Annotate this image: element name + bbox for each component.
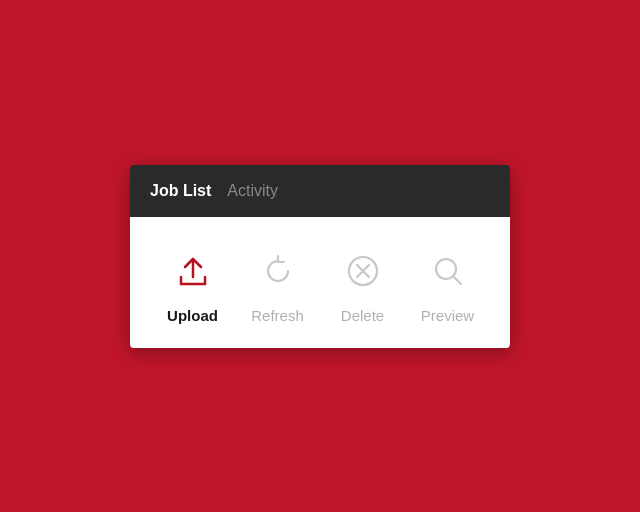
upload-label: Upload <box>167 307 218 324</box>
preview-icon <box>422 245 474 297</box>
preview-label: Preview <box>421 307 474 324</box>
panel-body: Upload Refresh Delete <box>130 217 510 348</box>
upload-icon <box>167 245 219 297</box>
svg-line-6 <box>453 276 461 284</box>
delete-label: Delete <box>341 307 384 324</box>
delete-button[interactable]: Delete <box>327 245 399 324</box>
upload-button[interactable]: Upload <box>157 245 229 324</box>
tab-job-list[interactable]: Job List <box>150 178 211 204</box>
panel-header: Job List Activity <box>130 165 510 217</box>
refresh-icon <box>252 245 304 297</box>
delete-icon <box>337 245 389 297</box>
preview-button[interactable]: Preview <box>412 245 484 324</box>
panel: Job List Activity Upload <box>130 165 510 348</box>
tab-activity[interactable]: Activity <box>227 178 278 204</box>
refresh-label: Refresh <box>251 307 304 324</box>
refresh-button[interactable]: Refresh <box>242 245 314 324</box>
